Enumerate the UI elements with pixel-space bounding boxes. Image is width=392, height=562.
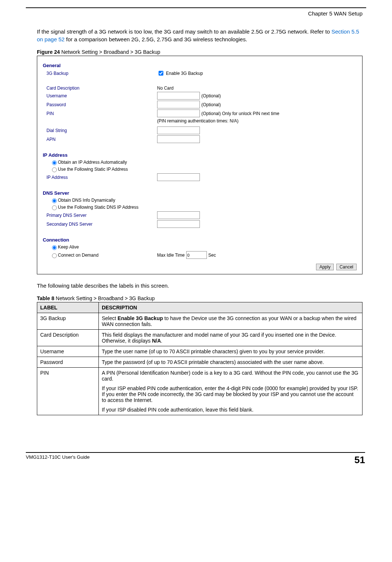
username-input[interactable] <box>157 92 200 100</box>
table-title: Network Setting > Broadband > 3G Backup <box>54 295 155 301</box>
page-number: 51 <box>354 454 365 466</box>
pin-remaining: (PIN remaining authentication times: N/A… <box>43 118 357 124</box>
desc-bold: N/A <box>152 338 161 344</box>
max-idle-input[interactable] <box>186 251 207 259</box>
dial-input[interactable] <box>157 126 200 134</box>
th-label: LABEL <box>37 302 99 313</box>
row-label: Password <box>37 357 99 368</box>
desc-text: . <box>161 338 162 344</box>
keep-alive-radio[interactable] <box>52 245 57 250</box>
figure-title: Network Setting > Broadband > 3G Backup <box>60 49 160 55</box>
table-caption: Table 8 Network Setting > Broadband > 3G… <box>37 295 366 301</box>
row-desc: Type the password (of up to 70 ASCII pri… <box>99 357 362 368</box>
intro-text-b: for a comparison between 2G, 2.5G, 2.75G… <box>65 36 247 42</box>
desc-p: If your ISP disabled PIN code authentica… <box>102 407 359 413</box>
row-label: Username <box>37 346 99 357</box>
desc-bold: Enable 3G Backup <box>118 315 163 321</box>
desc-p: If your ISP enabled PIN code authenticat… <box>102 385 359 403</box>
on-demand-radio[interactable] <box>52 253 57 258</box>
ip-addr-label: IP Address <box>46 175 157 180</box>
figure-caption: Figure 24 Network Setting > Broadband > … <box>37 49 366 55</box>
table-intro: The following table describes the labels… <box>37 282 366 289</box>
ip-static-label: Use the Following Static IP Address <box>58 167 128 172</box>
enable-3g-text: Enable 3G Backup <box>166 71 203 76</box>
keep-alive-label: Keep Alive <box>58 244 79 250</box>
figure-number: Figure 24 <box>37 49 60 55</box>
dns-static-label: Use the Following Static DNS IP Address <box>58 205 139 210</box>
dns-heading: DNS Server <box>43 190 357 196</box>
row-desc: Select Enable 3G Backup to have the Devi… <box>99 313 362 330</box>
pin-note: (Optional) Only for unlock PIN next time <box>201 111 279 116</box>
row-label: 3G Backup <box>37 313 99 330</box>
pin-input[interactable] <box>157 110 200 117</box>
dial-label: Dial String <box>46 128 157 133</box>
max-idle-label: Max Idle Time <box>157 253 185 258</box>
conn-heading: Connection <box>43 237 357 243</box>
dns-auto-label: Obtain DNS Info Dynamically <box>58 198 115 203</box>
dns-primary-label: Primary DNS Server <box>46 213 157 218</box>
dns-auto-radio[interactable] <box>52 198 57 203</box>
dns-secondary-label: Secondary DNS Server <box>46 222 157 227</box>
desc-text: This field displays the manufacturer and… <box>102 332 336 344</box>
table-row: PIN A PIN (Personal Identification Numbe… <box>37 368 362 415</box>
intro-paragraph: If the signal strength of a 3G network i… <box>37 28 366 43</box>
password-note: (Optional) <box>201 102 221 107</box>
backup-label: 3G Backup <box>46 71 157 76</box>
apn-input[interactable] <box>157 135 200 143</box>
desc-text: Select <box>102 315 118 321</box>
ip-addr-input[interactable] <box>157 173 200 181</box>
description-table: LABEL DESCRIPTION 3G Backup Select Enabl… <box>37 302 362 415</box>
table-row: Card Description This field displays the… <box>37 330 362 346</box>
password-input[interactable] <box>157 101 200 108</box>
row-label: PIN <box>37 368 99 415</box>
dns-secondary-input[interactable] <box>157 220 200 228</box>
card-desc-value: No Card <box>157 86 174 91</box>
pin-label: PIN <box>46 111 157 116</box>
on-demand-label: Connect on Demand <box>58 253 98 258</box>
table-row: 3G Backup Select Enable 3G Backup to hav… <box>37 313 362 330</box>
ip-heading: IP Address <box>43 152 357 158</box>
ip-auto-radio[interactable] <box>52 160 57 165</box>
apply-button[interactable]: Apply <box>316 264 334 270</box>
general-heading: General <box>43 63 357 68</box>
row-label: Card Description <box>37 330 99 346</box>
apn-label: APN <box>46 137 157 142</box>
footer-guide: VMG1312-T10C User's Guide <box>26 454 90 466</box>
row-desc: A PIN (Personal Identification Number) c… <box>99 368 362 415</box>
row-desc: Type the user name (of up to 70 ASCII pr… <box>99 346 362 357</box>
ip-static-radio[interactable] <box>52 167 57 172</box>
dns-static-radio[interactable] <box>52 205 57 210</box>
username-note: (Optional) <box>201 93 221 98</box>
dns-primary-input[interactable] <box>157 211 200 219</box>
intro-text-a: If the signal strength of a 3G network i… <box>37 28 332 35</box>
chapter-title: Chapter 5 WAN Setup <box>26 10 362 17</box>
username-label: Username <box>46 93 157 98</box>
row-desc: This field displays the manufacturer and… <box>99 330 362 346</box>
cancel-button[interactable]: Cancel <box>336 264 357 270</box>
screenshot-figure: General 3G Backup Enable 3G Backup Card … <box>37 56 362 274</box>
sec-label: Sec <box>208 253 216 258</box>
card-desc-label: Card Description <box>46 86 157 91</box>
password-label: Password <box>46 102 157 107</box>
th-desc: DESCRIPTION <box>99 302 362 313</box>
table-number: Table 8 <box>37 295 54 301</box>
table-row: Username Type the user name (of up to 70… <box>37 346 362 357</box>
ip-auto-label: Obtain an IP Address Automatically <box>58 160 127 165</box>
table-row: Password Type the password (of up to 70 … <box>37 357 362 368</box>
desc-p: A PIN (Personal Identification Number) c… <box>102 370 359 382</box>
enable-3g-checkbox[interactable] <box>159 71 163 76</box>
